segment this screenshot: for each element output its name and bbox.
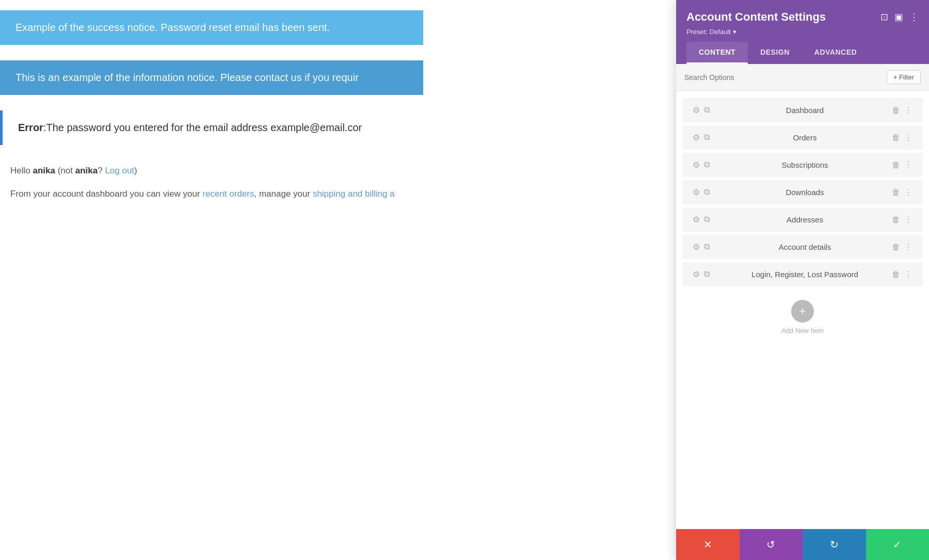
- logout-link[interactable]: Log out: [105, 166, 134, 175]
- not-text: (not: [55, 166, 75, 175]
- search-input[interactable]: [684, 73, 887, 82]
- undo-button[interactable]: ↺: [740, 529, 803, 560]
- panel-tabs: Content Design Advanced: [686, 42, 919, 64]
- settings-panel: Account Content Settings ⊡ ▣ ⋮ Preset: D…: [676, 0, 929, 560]
- more-options-icon[interactable]: ⋮: [909, 11, 919, 23]
- item-left-icons: ⚙ ⧉: [693, 242, 710, 252]
- tab-content[interactable]: Content: [686, 42, 748, 64]
- items-list: ⚙ ⧉ Dashboard 🗑 ⋮ ⚙ ⧉ Orders 🗑 ⋮ ⚙ ⧉: [676, 91, 929, 529]
- delete-icon[interactable]: 🗑: [892, 215, 900, 225]
- success-text: Example of the success notice. Password …: [15, 22, 330, 33]
- item-left-icons: ⚙ ⧉: [693, 187, 710, 197]
- dashboard-section: From your account dashboard you can view…: [0, 187, 423, 201]
- recent-orders-link[interactable]: recent orders: [202, 189, 254, 199]
- list-item[interactable]: ⚙ ⧉ Addresses 🗑 ⋮: [682, 207, 923, 232]
- delete-icon[interactable]: 🗑: [892, 133, 900, 142]
- duplicate-icon[interactable]: ⧉: [704, 215, 710, 225]
- settings-icon[interactable]: ⚙: [693, 133, 700, 142]
- item-label: Login, Register, Lost Password: [718, 270, 892, 279]
- item-left-icons: ⚙ ⧉: [693, 105, 710, 115]
- username2: anika: [75, 166, 98, 175]
- info-text: This is an example of the information no…: [15, 72, 359, 83]
- list-item[interactable]: ⚙ ⧉ Orders 🗑 ⋮: [682, 125, 923, 150]
- redo-button[interactable]: ↻: [803, 529, 866, 560]
- item-right-icons: 🗑 ⋮: [892, 133, 912, 142]
- settings-icon[interactable]: ⚙: [693, 160, 700, 170]
- more-icon[interactable]: ⋮: [904, 242, 912, 252]
- tab-design[interactable]: Design: [748, 42, 802, 64]
- columns-icon[interactable]: ▣: [894, 11, 903, 23]
- error-text: :The password you entered for the email …: [43, 122, 362, 133]
- more-icon[interactable]: ⋮: [904, 160, 912, 170]
- item-label: Dashboard: [718, 106, 892, 115]
- cancel-icon: ✕: [703, 538, 712, 551]
- more-icon[interactable]: ⋮: [904, 215, 912, 225]
- save-icon: ✓: [893, 538, 902, 551]
- undo-icon: ↺: [766, 538, 775, 551]
- item-right-icons: 🗑 ⋮: [892, 187, 912, 197]
- panel-title: Account Content Settings: [686, 10, 826, 24]
- duplicate-icon[interactable]: ⧉: [704, 269, 710, 279]
- more-icon[interactable]: ⋮: [904, 269, 912, 279]
- panel-footer: ✕ ↺ ↻ ✓: [676, 529, 929, 560]
- settings-icon[interactable]: ⚙: [693, 105, 700, 115]
- item-left-icons: ⚙ ⧉: [693, 215, 710, 225]
- more-icon[interactable]: ⋮: [904, 187, 912, 197]
- delete-icon[interactable]: 🗑: [892, 106, 900, 115]
- error-label: Error: [18, 122, 43, 133]
- settings-icon[interactable]: ⚙: [693, 242, 700, 252]
- shipping-billing-link[interactable]: shipping and billing a: [313, 189, 395, 199]
- settings-icon[interactable]: ⚙: [693, 215, 700, 225]
- redo-icon: ↻: [830, 538, 839, 551]
- item-label: Account details: [718, 243, 892, 251]
- list-item[interactable]: ⚙ ⧉ Login, Register, Lost Password 🗑 ⋮: [682, 262, 923, 286]
- item-right-icons: 🗑 ⋮: [892, 242, 912, 252]
- add-item-section: + Add New Item: [676, 290, 929, 345]
- item-label: Downloads: [718, 188, 892, 197]
- hello-prefix: Hello: [10, 166, 33, 175]
- logout-suffix: ): [134, 166, 137, 175]
- delete-icon[interactable]: 🗑: [892, 243, 900, 252]
- item-left-icons: ⚙ ⧉: [693, 269, 710, 279]
- list-item[interactable]: ⚙ ⧉ Subscriptions 🗑 ⋮: [682, 153, 923, 177]
- duplicate-icon[interactable]: ⧉: [704, 242, 710, 252]
- delete-icon[interactable]: 🗑: [892, 188, 900, 197]
- duplicate-icon[interactable]: ⧉: [704, 187, 710, 197]
- save-button[interactable]: ✓: [866, 529, 930, 560]
- panel-header-icons: ⊡ ▣ ⋮: [880, 11, 919, 23]
- filter-button[interactable]: + Filter: [887, 70, 921, 84]
- dashboard-mid: , manage your: [254, 189, 312, 199]
- error-notice: Error:The password you entered for the e…: [0, 110, 423, 145]
- more-icon[interactable]: ⋮: [904, 105, 912, 115]
- list-item[interactable]: ⚙ ⧉ Account details 🗑 ⋮: [682, 235, 923, 259]
- panel-preset[interactable]: Preset: Default: [686, 28, 919, 36]
- item-right-icons: 🗑 ⋮: [892, 215, 912, 225]
- duplicate-icon[interactable]: ⧉: [704, 105, 710, 115]
- item-right-icons: 🗑 ⋮: [892, 269, 912, 279]
- cancel-button[interactable]: ✕: [676, 529, 740, 560]
- settings-icon[interactable]: ⚙: [693, 187, 700, 197]
- list-item-downloads[interactable]: ⚙ ⧉ Downloads 🗑 ⋮: [682, 180, 923, 204]
- main-content: Example of the success notice. Password …: [0, 0, 423, 560]
- item-left-icons: ⚙ ⧉: [693, 160, 710, 170]
- item-label: Subscriptions: [718, 161, 892, 169]
- item-right-icons: 🗑 ⋮: [892, 105, 912, 115]
- add-new-button[interactable]: +: [791, 300, 814, 323]
- delete-icon[interactable]: 🗑: [892, 270, 900, 279]
- dashboard-text: From your account dashboard you can view…: [10, 189, 202, 199]
- more-icon[interactable]: ⋮: [904, 133, 912, 142]
- settings-icon[interactable]: ⚙: [693, 269, 700, 279]
- hello-section: Hello anika (not anika? Log out): [0, 161, 423, 181]
- list-item[interactable]: ⚙ ⧉ Dashboard 🗑 ⋮: [682, 98, 923, 122]
- search-bar: + Filter: [676, 64, 929, 91]
- item-label: Addresses: [718, 215, 892, 224]
- duplicate-icon[interactable]: ⧉: [704, 133, 710, 142]
- success-notice: Example of the success notice. Password …: [0, 10, 423, 45]
- tab-advanced[interactable]: Advanced: [802, 42, 869, 64]
- duplicate-icon[interactable]: ⧉: [704, 160, 710, 170]
- delete-icon[interactable]: 🗑: [892, 161, 900, 170]
- focus-icon[interactable]: ⊡: [880, 11, 888, 23]
- username1: anika: [33, 166, 55, 175]
- add-new-label: Add New Item: [781, 327, 824, 334]
- panel-header: Account Content Settings ⊡ ▣ ⋮ Preset: D…: [676, 0, 929, 64]
